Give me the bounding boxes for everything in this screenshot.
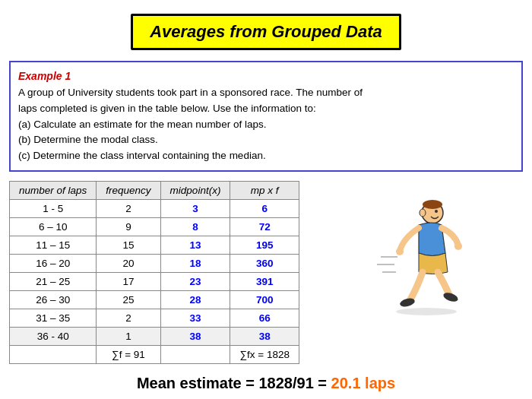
sum-mpf-val: ∑fx = 1828 [230,346,299,364]
cell-midpoint: 3 [160,200,230,218]
mean-value: 20.1 laps [331,375,396,391]
cell-laps: 1 - 5 [10,200,97,218]
runner-svg [366,196,464,318]
col-header-mid: midpoint(x) [160,182,230,200]
table-row: 16 – 202018360 [10,255,299,273]
cell-mpf: 700 [230,291,299,309]
svg-point-11 [396,308,457,315]
cell-mpf: 360 [230,255,299,273]
mean-prefix: Mean estimate = 1828/91 = [137,375,331,391]
cell-mpf: 195 [230,236,299,255]
table-row: 21 – 251723391 [10,273,299,291]
cell-laps: 26 – 30 [10,291,97,309]
table-row: 31 – 3523366 [10,309,299,328]
cell-laps: 16 – 20 [10,255,97,273]
example-text4: (b) Determine the modal class. [18,132,514,148]
table-row: 26 – 302528700 [10,291,299,309]
title-section: Averages from Grouped Data [0,14,532,50]
cell-freq: 25 [97,291,160,309]
cell-laps: 6 – 10 [10,218,97,236]
svg-point-1 [423,200,442,209]
mean-line: Mean estimate = 1828/91 = 20.1 laps [0,375,532,392]
table-area: number of laps frequency midpoint(x) mp … [9,181,523,364]
example-label: Example 1 [18,68,514,85]
cell-mpf: 66 [230,309,299,328]
cell-mpf: 391 [230,273,299,291]
sum-freq-val: ∑f = 91 [97,346,160,364]
cell-freq: 17 [97,273,160,291]
sum-freq-label [10,346,97,364]
cell-midpoint: 38 [160,328,230,346]
svg-point-2 [435,210,438,213]
table-row: 36 - 4013838 [10,328,299,346]
example-text1: A group of University students took part… [18,85,514,101]
table-row: 11 – 151513195 [10,236,299,255]
data-table: number of laps frequency midpoint(x) mp … [9,181,299,364]
cell-mpf: 38 [230,328,299,346]
col-header-laps: number of laps [10,182,97,200]
cell-midpoint: 8 [160,218,230,236]
cell-midpoint: 28 [160,291,230,309]
runner-illustration [299,181,523,318]
col-header-freq: frequency [97,182,160,200]
example-text2: laps completed is given in the table bel… [18,101,514,117]
cell-laps: 21 – 25 [10,273,97,291]
cell-laps: 36 - 40 [10,328,97,346]
svg-point-5 [454,242,462,250]
svg-point-4 [396,248,404,255]
col-header-mpf: mp x f [230,182,299,200]
cell-freq: 9 [97,218,160,236]
cell-freq: 20 [97,255,160,273]
cell-midpoint: 13 [160,236,230,255]
cell-freq: 15 [97,236,160,255]
example-box: Example 1 A group of University students… [9,61,523,172]
cell-midpoint: 33 [160,309,230,328]
page-title: Averages from Grouped Data [131,14,401,50]
sum-mpf-label [160,346,230,364]
table-row: 6 – 109872 [10,218,299,236]
example-text5: (c) Determine the class interval contain… [18,148,514,164]
cell-laps: 31 – 35 [10,309,97,328]
cell-midpoint: 18 [160,255,230,273]
cell-midpoint: 23 [160,273,230,291]
svg-point-3 [420,209,426,217]
cell-freq: 1 [97,328,160,346]
table-row: 1 - 5236 [10,200,299,218]
example-text3: (a) Calculate an estimate for the mean n… [18,117,514,133]
cell-laps: 11 – 15 [10,236,97,255]
cell-freq: 2 [97,309,160,328]
cell-freq: 2 [97,200,160,218]
cell-mpf: 6 [230,200,299,218]
cell-mpf: 72 [230,218,299,236]
